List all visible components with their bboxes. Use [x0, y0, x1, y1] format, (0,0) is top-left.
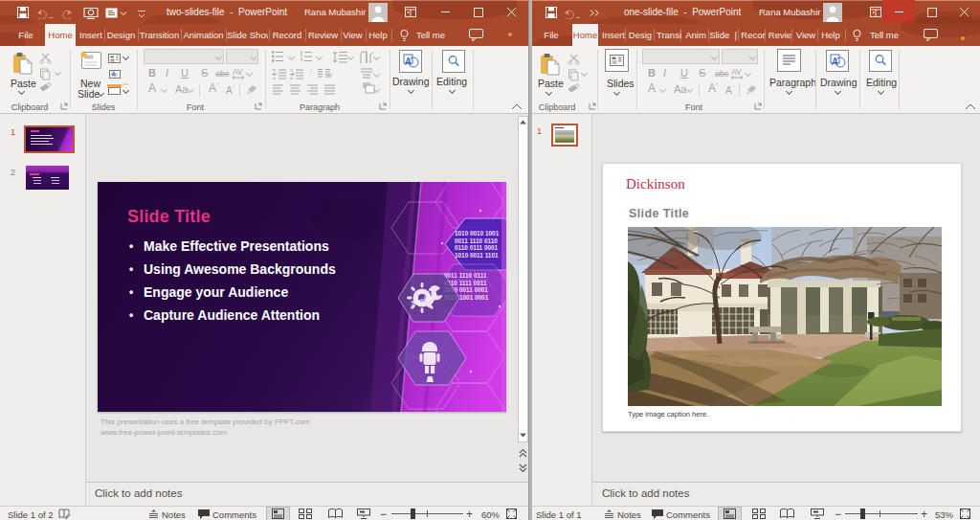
svg-text:0011 1110 0111: 0011 1110 0111	[444, 272, 487, 279]
svg-text:1010 0011 1101: 1010 0011 1101	[455, 252, 499, 259]
svg-text:1010 0010 1001: 1010 0010 1001	[455, 230, 500, 237]
svg-text:A: A	[832, 57, 838, 67]
svg-text:0011 1110 0110: 0011 1110 0110	[455, 237, 498, 244]
svg-text:A: A	[405, 57, 412, 67]
svg-text:0110 0111 0001: 0110 0111 0001	[455, 244, 499, 251]
